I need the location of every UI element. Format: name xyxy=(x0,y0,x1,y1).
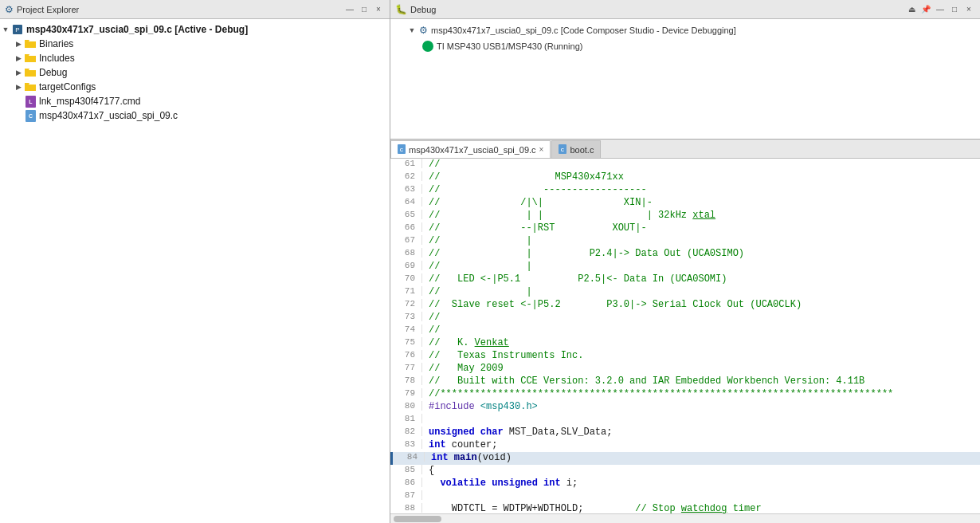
tree-item-root[interactable]: ▼ P msp430x471x7_uscia0_spi_09.c [Active… xyxy=(0,22,390,37)
tab-boot-c[interactable]: C boot.c xyxy=(551,140,601,158)
tree-item-debug[interactable]: ▶ Debug xyxy=(0,65,390,80)
close-view-button[interactable]: × xyxy=(372,3,385,16)
debug-maximize-button[interactable]: □ xyxy=(948,3,961,16)
debug-bug-icon: 🐛 xyxy=(395,4,407,15)
project-explorer-panel: ⚙ Project Explorer — □ × ▼ P msp430x471x… xyxy=(0,0,390,523)
targetconfigs-label: targetConfigs xyxy=(39,81,96,92)
scrollbar-thumb[interactable] xyxy=(394,516,441,522)
svg-text:C: C xyxy=(28,113,32,119)
code-line-77: 77 // May 2009 xyxy=(390,363,980,376)
code-line-86: 86 volatile unsigned int i; xyxy=(390,478,980,490)
debug-device-item[interactable]: TI MSP430 USB1/MSP430 (Running) xyxy=(390,38,980,54)
debug-pin-button[interactable]: 📌 xyxy=(919,3,932,16)
project-explorer-title: Project Explorer xyxy=(17,5,340,14)
editor-area: C msp430x471x7_uscia0_spi_09.c × C boot.… xyxy=(390,140,980,523)
maximize-view-button[interactable]: □ xyxy=(358,3,370,16)
tree-item-main-c[interactable]: C msp430x471x7_uscia0_spi_09.c xyxy=(0,108,390,123)
tab-main-c-icon: C xyxy=(398,144,406,155)
targetconfigs-folder-icon xyxy=(24,81,37,93)
tree-item-targetconfigs[interactable]: ▶ targetConfigs xyxy=(0,80,390,94)
code-line-87: 87 xyxy=(390,490,980,503)
code-line-81: 81 xyxy=(390,414,980,427)
binaries-arrow: ▶ xyxy=(13,38,24,49)
tab-main-c-label: msp430x471x7_uscia0_spi_09.c xyxy=(409,145,536,155)
main-c-label: msp430x471x7_uscia0_spi_09.c xyxy=(39,110,178,121)
code-line-74: 74 // xyxy=(390,324,980,337)
code-line-83: 83 int counter; xyxy=(390,439,980,452)
code-line-67: 67 // | xyxy=(390,235,980,248)
code-line-70: 70 // LED <-|P5.1 P2.5|<- Data In (UCA0S… xyxy=(390,273,980,286)
code-editor[interactable]: 61 // 62 // MSP430x471xx 63 // ---------… xyxy=(390,159,980,513)
code-line-66: 66 // --|RST XOUT|- xyxy=(390,222,980,235)
ccs-icon: ⚙ xyxy=(419,25,428,36)
code-line-72: 72 // Slave reset <-|P5.2 P3.0|-> Serial… xyxy=(390,299,980,312)
minimize-view-button[interactable]: — xyxy=(343,3,356,16)
project-explorer-header: ⚙ Project Explorer — □ × xyxy=(0,0,390,19)
svg-text:C: C xyxy=(561,147,565,151)
includes-arrow: ▶ xyxy=(13,53,24,64)
code-line-80: 80 #include <msp430.h> xyxy=(390,401,980,414)
code-line-73: 73 // xyxy=(390,312,980,324)
lnk-file-icon: L xyxy=(24,95,37,108)
project-type-icon: P xyxy=(11,23,24,36)
tab-boot-c-icon: C xyxy=(559,144,566,155)
right-panel: 🐛 Debug ⏏ 📌 — □ × ▼ ⚙ msp430x471x7_uscia… xyxy=(390,0,980,523)
code-line-84: 84 int main(void) xyxy=(390,452,980,465)
debug-minimize-button[interactable]: — xyxy=(934,3,947,16)
includes-folder-icon xyxy=(24,52,37,65)
debug-folder-arrow: ▶ xyxy=(13,67,24,78)
targetconfigs-arrow: ▶ xyxy=(13,81,24,92)
debug-panel-title: Debug xyxy=(410,5,902,14)
tree-item-lnk-file[interactable]: L lnk_msp430f47177.cmd xyxy=(0,94,390,108)
code-line-63: 63 // ------------------ xyxy=(390,184,980,197)
tab-main-c[interactable]: C msp430x471x7_uscia0_spi_09.c × xyxy=(390,140,551,158)
lnk-file-label: lnk_msp430f47177.cmd xyxy=(39,96,140,107)
debug-content: ▼ ⚙ msp430x471x7_uscia0_spi_09.c [Code C… xyxy=(390,19,980,139)
running-indicator-icon xyxy=(422,41,433,52)
code-line-64: 64 // /|\| XIN|- xyxy=(390,197,980,210)
code-line-76: 76 // Texas Instruments Inc. xyxy=(390,350,980,363)
code-line-82: 82 unsigned char MST_Data,SLV_Data; xyxy=(390,427,980,439)
debug-folder-label: Debug xyxy=(39,67,67,78)
code-line-71: 71 // | xyxy=(390,286,980,299)
tree-item-binaries[interactable]: ▶ Binaries xyxy=(0,37,390,51)
tab-boot-c-label: boot.c xyxy=(570,145,594,155)
session-arrow: ▼ xyxy=(406,25,417,36)
debug-session-item[interactable]: ▼ ⚙ msp430x471x7_uscia0_spi_09.c [Code C… xyxy=(390,22,980,38)
tree-item-includes[interactable]: ▶ Includes xyxy=(0,51,390,65)
code-line-88: 88 WDTCTL = WDTPW+WDTHOLD; // Stop watch… xyxy=(390,503,980,513)
debug-session-label: msp430x471x7_uscia0_spi_09.c [Code Compo… xyxy=(431,26,736,35)
root-label: msp430x471x7_uscia0_spi_09.c [Active - D… xyxy=(26,24,248,35)
debug-disconnect-button[interactable]: ⏏ xyxy=(905,3,918,16)
debug-pane: 🐛 Debug ⏏ 📌 — □ × ▼ ⚙ msp430x471x7_uscia… xyxy=(390,0,980,140)
debug-folder-icon xyxy=(24,66,37,79)
svg-text:P: P xyxy=(15,26,19,33)
svg-text:C: C xyxy=(400,147,404,151)
includes-label: Includes xyxy=(39,53,75,64)
project-icon: ⚙ xyxy=(5,4,14,15)
code-line-79: 79 //***********************************… xyxy=(390,388,980,401)
horizontal-scrollbar[interactable] xyxy=(390,513,980,523)
code-line-75: 75 // K. Venkat xyxy=(390,337,980,350)
code-line-78: 78 // Built with CCE Version: 3.2.0 and … xyxy=(390,376,980,388)
debug-header: 🐛 Debug ⏏ 📌 — □ × xyxy=(390,0,980,19)
project-tree: ▼ P msp430x471x7_uscia0_spi_09.c [Active… xyxy=(0,19,390,523)
binaries-folder-icon xyxy=(24,37,37,50)
editor-tabs: C msp430x471x7_uscia0_spi_09.c × C boot.… xyxy=(390,140,980,159)
code-line-61: 61 // xyxy=(390,159,980,171)
main-c-icon: C xyxy=(24,109,37,122)
tab-main-c-close-button[interactable]: × xyxy=(539,145,544,154)
project-explorer-actions: — □ × xyxy=(343,3,385,16)
debug-panel-actions: ⏏ 📌 — □ × xyxy=(905,3,975,16)
debug-device-label: TI MSP430 USB1/MSP430 (Running) xyxy=(437,41,582,51)
binaries-label: Binaries xyxy=(39,38,73,49)
code-line-65: 65 // | | | 32kHz xtal xyxy=(390,210,980,222)
code-line-85: 85 { xyxy=(390,465,980,478)
debug-close-button[interactable]: × xyxy=(962,3,975,16)
code-line-68: 68 // | P2.4|-> Data Out (UCA0SIMO) xyxy=(390,248,980,261)
code-line-69: 69 // | xyxy=(390,261,980,273)
code-line-62: 62 // MSP430x471xx xyxy=(390,171,980,184)
svg-text:L: L xyxy=(29,99,33,104)
tree-arrow-root: ▼ xyxy=(0,24,11,35)
